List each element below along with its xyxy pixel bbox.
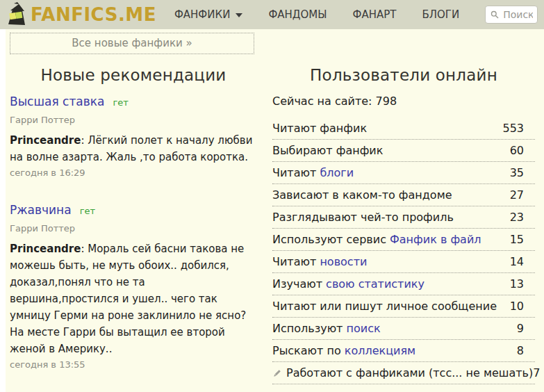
stat-text: Изучают <box>272 277 326 291</box>
stat-text: Используют сервис <box>272 233 390 246</box>
fanfic-title-link[interactable]: Ржавчина <box>10 203 72 217</box>
stat-link[interactable]: поиск <box>347 322 381 335</box>
witch-mascot-icon <box>6 2 27 28</box>
recommendations-section: Новые рекомендации Высшая ставка гет Гар… <box>10 54 257 392</box>
online-stat-label: Разглядывают чей-то профиль <box>272 210 454 224</box>
search-icon <box>491 10 499 19</box>
nav-item-label: ФАНДОМЫ <box>268 8 327 21</box>
nav-item-label: БЛОГИ <box>422 8 459 21</box>
site-logo[interactable]: FANFICS.ME <box>6 1 156 28</box>
online-stat-label: Читают новости <box>272 254 367 269</box>
stat-link[interactable]: Фанфик в файл <box>390 233 481 246</box>
stat-text: Читают или пишут личное сообщение <box>272 300 497 313</box>
pencil-icon <box>272 369 281 378</box>
online-stat-row: Разглядывают чей-то профиль 23 <box>272 206 535 229</box>
timestamp: сегодня в 13:55 <box>10 359 257 370</box>
stat-text: Читают <box>272 166 320 179</box>
rating-badge[interactable]: гет <box>113 97 129 108</box>
stat-link[interactable]: блоги <box>320 166 354 179</box>
online-stat-count: 60 <box>510 143 524 158</box>
nav-item-fanfics[interactable]: ФАНФИКИ <box>174 8 242 21</box>
online-stat-row: Изучают свою статистику 13 <box>272 273 535 295</box>
nav-item-blogs[interactable]: БЛОГИ <box>422 8 459 21</box>
fandom-label: Гарри Поттер <box>10 223 257 234</box>
review-text-block: Princeandre: Лёгкий полет к началу любви… <box>10 132 257 165</box>
online-stat-count: 10 <box>510 299 524 313</box>
online-stat-row: Используют сервис Фанфик в файл 15 <box>272 229 535 251</box>
review-text-block: Princeandre: Мораль сей басни такова не … <box>10 240 257 357</box>
online-stat-label: Читают или пишут личное сообщение <box>272 299 497 313</box>
stat-link[interactable]: новости <box>320 255 367 268</box>
online-stat-row: Читают новости 14 <box>272 251 535 273</box>
online-stat-count: 35 <box>510 165 524 180</box>
online-stat-label: Используют поиск <box>272 321 381 336</box>
online-stat-label: Выбирают фанфик <box>272 143 383 158</box>
nav-item-fandoms[interactable]: ФАНДОМЫ <box>268 8 327 21</box>
recommendation-entry: Высшая ставка гет Гарри Поттер Princeand… <box>10 95 257 178</box>
page-content: Все новые фанфики » Новые рекомендации В… <box>6 29 544 392</box>
online-stat-count: 14 <box>510 254 524 269</box>
online-stat-row: Читают блоги 35 <box>272 162 535 184</box>
stat-text: Читают фанфик <box>272 122 367 135</box>
site-logo-text: FANFICS.ME <box>31 6 156 24</box>
online-stat-count: 15 <box>510 232 524 247</box>
online-users-section: Пользователи онлайн Сейчас на сайте: 798… <box>272 54 535 392</box>
nav-item-label: ФАНАРТ <box>353 8 397 21</box>
online-stat-label: Работают с фанфиками (тсс... не мешать) <box>272 366 533 380</box>
stat-text: Работают с фанфиками (тсс... не мешать) <box>286 366 533 379</box>
online-stat-count: 7 <box>533 366 540 380</box>
stat-text: Читают <box>272 255 320 268</box>
online-stat-label: Используют сервис Фанфик в файл <box>272 232 481 247</box>
online-stat-count: 8 <box>517 343 524 358</box>
fandom-label: Гарри Поттер <box>10 115 257 125</box>
search-box <box>485 6 538 24</box>
timestamp: сегодня в 16:29 <box>10 168 257 178</box>
online-stat-count: 9 <box>517 321 524 336</box>
online-stat-label: Читают блоги <box>272 165 354 180</box>
online-stat-label: Читают фанфик <box>272 121 367 136</box>
online-stat-row: Работают с фанфиками (тсс... не мешать) … <box>272 362 535 384</box>
stat-link[interactable]: свою статистику <box>326 277 425 291</box>
online-stat-label: Изучают свою статистику <box>272 277 425 291</box>
online-stat-label: Рыскают по коллекциям <box>272 343 415 358</box>
reviewer-name: Princeandre <box>10 134 81 147</box>
online-stat-count: 13 <box>510 277 524 291</box>
stat-text: Зависают в каком-то фандоме <box>272 188 452 202</box>
online-users-title: Пользователи онлайн <box>272 66 535 84</box>
online-stat-count: 27 <box>510 188 524 202</box>
main-nav: ФАНФИКИ ФАНДОМЫ ФАНАРТ БЛОГИ <box>174 8 485 21</box>
two-column-layout: Новые рекомендации Высшая ставка гет Гар… <box>6 54 544 392</box>
online-stat-label: Зависают в каком-то фандоме <box>272 188 452 202</box>
recommendation-entry: Ржавчина гет Гарри Поттер Princeandre: М… <box>10 203 257 370</box>
online-stat-row: Зависают в каком-то фандоме 27 <box>272 184 535 206</box>
entry-head: Высшая ставка гет <box>10 95 257 108</box>
online-total: Сейчас на сайте: 798 <box>272 95 535 108</box>
stat-text: Разглядывают чей-то профиль <box>272 211 454 224</box>
nav-item-label: ФАНФИКИ <box>174 8 230 21</box>
fanfic-title-link[interactable]: Высшая ставка <box>10 95 104 108</box>
stat-text: Используют <box>272 322 347 335</box>
online-stat-row: Выбирают фанфик 60 <box>272 140 535 162</box>
online-stat-count: 23 <box>510 210 524 224</box>
online-stat-count: 553 <box>502 121 524 136</box>
online-stat-row: Читают фанфик 553 <box>272 117 535 140</box>
online-stat-row: Используют поиск 9 <box>272 318 535 340</box>
chevron-down-icon <box>236 13 242 17</box>
online-stat-row: Читают или пишут личное сообщение 10 <box>272 295 535 318</box>
recommendations-title: Новые рекомендации <box>10 66 257 84</box>
rating-badge[interactable]: гет <box>80 206 95 216</box>
online-stat-row: Рыскают по коллекциям 8 <box>272 340 535 362</box>
entry-head: Ржавчина гет <box>10 203 257 217</box>
top-navbar: FANFICS.ME ФАНФИКИ ФАНДОМЫ ФАНАРТ БЛОГИ <box>0 0 544 29</box>
all-new-fanfics-button[interactable]: Все новые фанфики » <box>10 33 254 54</box>
reviewer-name: Princeandre <box>10 243 81 255</box>
stat-text: Рыскают по <box>272 344 345 357</box>
stat-text: Выбирают фанфик <box>272 144 383 157</box>
stat-link[interactable]: коллекциям <box>345 344 415 357</box>
review-text: : Мораль сей басни такова не можешь быть… <box>10 243 246 355</box>
nav-item-fanart[interactable]: ФАНАРТ <box>353 8 397 21</box>
